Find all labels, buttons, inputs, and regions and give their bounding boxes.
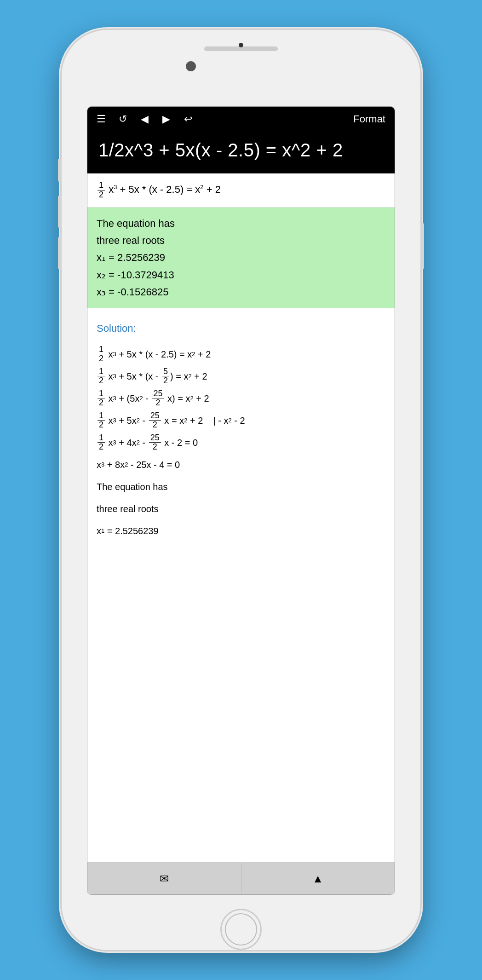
result-x3: x₃ = -0.1526825 xyxy=(97,283,385,300)
phone-camera xyxy=(186,61,196,71)
email-icon: ✉ xyxy=(160,872,169,885)
solution-step-3: 12 x3 + (5x2 - 252 x) = x2 + 2 xyxy=(97,388,385,409)
email-button[interactable]: ✉ xyxy=(87,863,241,894)
solution-x1: x1 = 2.5256239 xyxy=(97,521,385,541)
frac-1-2: 1 2 xyxy=(98,181,105,200)
input-expression: 1/2x^3 + 5x(x - 2.5) = x^2 + 2 xyxy=(98,140,384,161)
result-line-1: The equation has xyxy=(97,215,385,232)
undo-icon[interactable]: ↩ xyxy=(184,113,192,125)
input-display: 1/2x^3 + 5x(x - 2.5) = x^2 + 2 xyxy=(87,132,395,173)
results-area[interactable]: 1 2 x3 + 5x * (x - 2.5) = x2 + 2 The equ… xyxy=(87,173,395,862)
format-button[interactable]: Format xyxy=(353,113,385,125)
menu-icon[interactable]: ☰ xyxy=(97,113,105,125)
refresh-icon[interactable]: ↺ xyxy=(119,113,127,125)
result-box: The equation has three real roots x₁ = 2… xyxy=(87,208,395,308)
result-x1: x₁ = 2.5256239 xyxy=(97,249,385,266)
home-button-inner xyxy=(225,913,257,945)
result-line-2: three real roots xyxy=(97,232,385,249)
toolbar: ☰ ↺ ◀ ▶ ↩ Format xyxy=(87,107,395,132)
phone-frame: ☰ ↺ ◀ ▶ ↩ Format 1/2x^3 + 5x(x - 2.5) = … xyxy=(62,30,420,950)
solution-label: Solution: xyxy=(97,317,385,340)
arrow-up-button[interactable]: ▲ xyxy=(241,863,395,894)
screen: ☰ ↺ ◀ ▶ ↩ Format 1/2x^3 + 5x(x - 2.5) = … xyxy=(87,106,395,895)
phone-dot xyxy=(239,43,243,47)
solution-step-7-line1: The equation has xyxy=(97,477,385,497)
solution-step-7-line2: three real roots xyxy=(97,499,385,519)
solution-area: Solution: 12 x3 + 5x * (x - 2.5) = x2 + … xyxy=(87,308,395,552)
solution-step-5: 12 x3 + 4x2 - 252 x - 2 = 0 xyxy=(97,432,385,453)
rendered-equation: 1 2 x3 + 5x * (x - 2.5) = x2 + 2 xyxy=(87,173,395,208)
arrow-up-icon: ▲ xyxy=(312,872,323,885)
solution-step-6: x3 + 8x2 - 25x - 4 = 0 xyxy=(97,455,385,475)
result-x2: x₂ = -10.3729413 xyxy=(97,266,385,283)
bottom-bar: ✉ ▲ xyxy=(87,862,395,894)
solution-step-2: 12 x3 + 5x * (x - 52 ) = x2 + 2 xyxy=(97,366,385,386)
forward-icon[interactable]: ▶ xyxy=(162,113,170,125)
solution-step-1: 12 x3 + 5x * (x - 2.5) = x2 + 2 xyxy=(97,344,385,364)
power-button[interactable] xyxy=(420,223,424,269)
volume-down-button[interactable] xyxy=(58,237,62,269)
back-icon[interactable]: ◀ xyxy=(141,113,149,125)
mute-button[interactable] xyxy=(58,159,62,182)
solution-step-4: 12 x3 + 5x2 - 252 x = x2 + 2 | - x2 - 2 xyxy=(97,410,385,431)
home-button[interactable] xyxy=(220,909,262,950)
volume-up-button[interactable] xyxy=(58,196,62,228)
